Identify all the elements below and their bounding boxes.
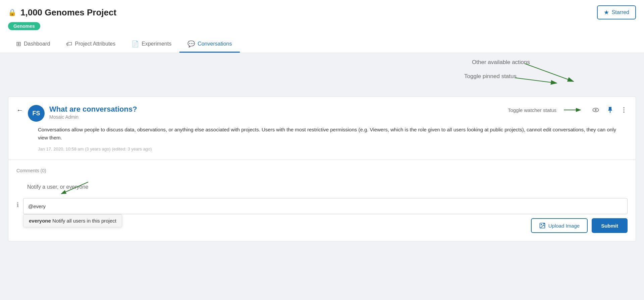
svg-line-1	[515, 78, 557, 83]
header-title-row: 🔒 1,000 Genomes Project	[8, 7, 116, 18]
tab-project-attributes[interactable]: 🏷 Project Attributes	[58, 36, 123, 53]
notify-arrow-svg	[88, 179, 128, 195]
starred-button[interactable]: ★ Starred	[597, 5, 636, 19]
starred-label: Starred	[612, 9, 629, 15]
autocomplete-dropdown[interactable]: everyone Notify all users in this projec…	[23, 214, 122, 227]
annotation-arrows-svg	[0, 53, 644, 97]
conversation-timestamp: Jan 17, 2020, 10:58 am (3 years ago) (ed…	[38, 146, 628, 152]
svg-line-0	[525, 64, 574, 81]
comment-input[interactable]	[23, 198, 628, 214]
svg-point-13	[541, 224, 542, 225]
conversation-card: ← FS What are conversations? Mosaic Admi…	[8, 97, 636, 160]
svg-point-9	[623, 112, 625, 113]
annotations-area: Other available actions Toggle pinned st…	[0, 53, 644, 97]
upload-image-button[interactable]: Upload Image	[531, 218, 588, 233]
experiments-icon: 📄	[131, 40, 139, 48]
watcher-arrow-svg	[564, 105, 584, 115]
tab-experiments[interactable]: 📄 Experiments	[123, 36, 179, 53]
svg-point-7	[623, 107, 625, 109]
conversation-title[interactable]: What are conversations?	[49, 105, 137, 114]
lock-icon: 🔒	[8, 8, 16, 16]
avatar: FS	[28, 105, 45, 122]
tab-experiments-label: Experiments	[142, 41, 171, 47]
info-icon: ℹ	[16, 201, 19, 209]
conversations-icon: 💬	[187, 40, 195, 48]
autocomplete-everyone: everyone	[29, 218, 51, 224]
more-dots-icon	[620, 106, 628, 114]
tab-project-attributes-label: Project Attributes	[75, 41, 115, 47]
annotation-other-actions: Other available actions	[472, 59, 530, 66]
comments-section: Comments (0) Notify a user, or everyone …	[8, 160, 636, 241]
tab-conversations[interactable]: 💬 Conversations	[179, 36, 240, 53]
conversation-actions: Toggle watcher status	[508, 105, 628, 115]
tab-dashboard-label: Dashboard	[24, 41, 50, 47]
submit-label: Submit	[601, 223, 618, 229]
tab-conversations-label: Conversations	[198, 41, 232, 47]
comment-input-row: ℹ everyone Notify all users in this proj…	[16, 198, 628, 214]
upload-image-label: Upload Image	[548, 223, 580, 229]
submit-button[interactable]: Submit	[592, 218, 628, 233]
conversation-author: Mosaic Admin	[49, 114, 137, 120]
watch-button[interactable]	[591, 106, 600, 114]
notify-annotation-text: Notify a user, or everyone	[27, 184, 88, 190]
genomes-tag[interactable]: Genomes	[8, 22, 40, 30]
main-content: ← FS What are conversations? Mosaic Admi…	[0, 97, 644, 241]
pin-button[interactable]	[606, 106, 614, 114]
back-button[interactable]: ←	[16, 106, 23, 114]
conversation-header-left: ← FS What are conversations? Mosaic Admi…	[16, 105, 137, 122]
conversation-title-area: What are conversations? Mosaic Admin	[49, 105, 137, 120]
comments-header: Comments (0)	[16, 168, 628, 173]
nav-tabs: ⊞ Dashboard 🏷 Project Attributes 📄 Exper…	[8, 36, 636, 53]
svg-point-6	[595, 109, 596, 111]
toggle-watcher-label: Toggle watcher status	[508, 107, 556, 113]
page-wrapper: 🔒 1,000 Genomes Project ★ Starred Genome…	[0, 0, 644, 300]
autocomplete-description: Notify all users in this project	[51, 218, 116, 224]
conversation-header: ← FS What are conversations? Mosaic Admi…	[16, 105, 628, 122]
tab-dashboard[interactable]: ⊞ Dashboard	[8, 36, 58, 53]
pin-icon	[606, 106, 614, 114]
svg-point-8	[623, 109, 625, 111]
conversation-body: Conversations allow people to discuss da…	[38, 126, 628, 142]
star-icon: ★	[604, 9, 609, 16]
comment-input-wrapper: everyone Notify all users in this projec…	[23, 198, 628, 214]
header-top: 🔒 1,000 Genomes Project ★ Starred	[8, 5, 636, 19]
annotation-toggle-pinned: Toggle pinned status	[464, 73, 517, 80]
page-header: 🔒 1,000 Genomes Project ★ Starred Genome…	[0, 0, 644, 53]
upload-image-icon	[539, 222, 546, 229]
eye-icon	[591, 106, 600, 114]
project-title: 1,000 Genomes Project	[20, 7, 116, 18]
notify-annotation-row: Notify a user, or everyone	[27, 179, 628, 195]
more-actions-button[interactable]	[620, 106, 628, 114]
dashboard-icon: ⊞	[16, 40, 21, 48]
project-attributes-icon: 🏷	[66, 41, 72, 48]
